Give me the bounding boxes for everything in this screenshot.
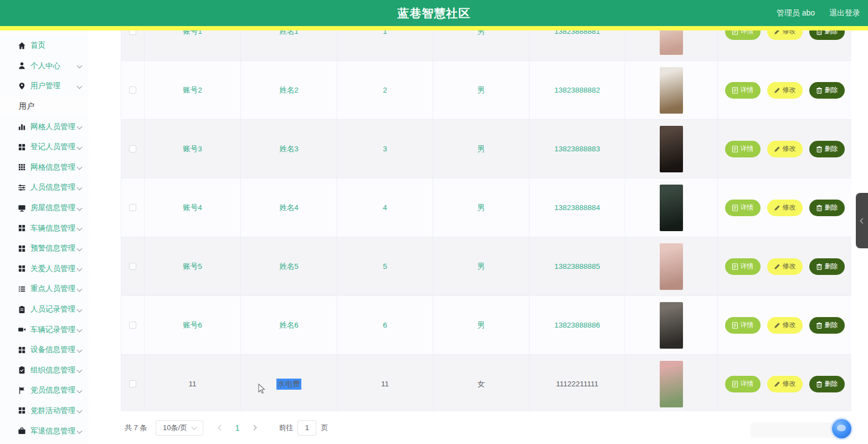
row-checkbox[interactable] — [129, 204, 136, 211]
prev-page-button[interactable] — [212, 420, 228, 436]
delete-button[interactable]: 删除 — [809, 376, 845, 392]
chevron-down-icon — [77, 388, 82, 393]
edit-button[interactable]: 修改 — [767, 141, 803, 157]
detail-button[interactable]: 详情 — [725, 82, 761, 99]
edit-button[interactable]: 修改 — [767, 258, 803, 275]
sidebar-item-20[interactable]: 军退信息管理 — [0, 421, 89, 441]
avatar — [660, 30, 683, 55]
sidebar-item-1[interactable]: 首页 — [0, 35, 89, 56]
sidebar-item-label: 个人中心 — [30, 61, 77, 71]
phone-cell: 13823888882 — [530, 61, 625, 119]
goto-page-input[interactable] — [297, 420, 316, 436]
page-size-select[interactable]: 10条/页 — [156, 420, 203, 436]
delete-trash-icon — [816, 263, 823, 270]
sidebar-item-19[interactable]: 党群活动管理 — [0, 401, 89, 421]
account-cell: 11 — [145, 355, 241, 411]
edit-button[interactable]: 修改 — [767, 30, 803, 40]
row-checkbox-cell — [121, 30, 145, 60]
admin-user-label[interactable]: 管理员 abo — [777, 8, 815, 18]
collapse-panel-handle[interactable] — [856, 193, 868, 248]
number-cell: 6 — [337, 296, 433, 354]
sidebar-item-9[interactable]: 房屋信息管理 — [0, 198, 89, 218]
table-row: 账号4姓名44男13823888884详情修改删除 — [121, 178, 851, 237]
delete-button[interactable]: 删除 — [809, 141, 845, 157]
next-page-button[interactable] — [246, 420, 262, 436]
edit-button[interactable]: 修改 — [767, 317, 803, 334]
sidebar-item-15[interactable]: 车辆记录管理 — [0, 319, 89, 340]
name-cell: 姓名3 — [241, 120, 337, 178]
number-cell: 3 — [337, 120, 433, 178]
cell-text: 男 — [477, 320, 485, 330]
gender-cell: 男 — [433, 61, 530, 119]
cell-text: 姓名6 — [279, 320, 299, 330]
delete-button[interactable]: 删除 — [809, 200, 845, 216]
sidebar-item-18[interactable]: 党员信息管理 — [0, 380, 89, 401]
detail-button[interactable]: 详情 — [725, 376, 761, 392]
cell-text: 账号6 — [183, 320, 202, 330]
cell-text: 姓名1 — [279, 30, 299, 37]
table-row: 账号6姓名66男13823888886详情修改删除 — [121, 296, 851, 355]
sidebar-section-label: 用户 — [0, 96, 89, 117]
sidebar-item-2[interactable]: 个人中心 — [0, 56, 89, 76]
logout-link[interactable]: 退出登录 — [829, 8, 860, 18]
detail-button-label: 详情 — [741, 144, 754, 154]
sidebar-item-12[interactable]: 关爱人员管理 — [0, 259, 89, 279]
sidebar-item-16[interactable]: 设备信息管理 — [0, 340, 89, 360]
edit-button[interactable]: 修改 — [767, 200, 803, 216]
sidebar-item-label: 重点人员管理 — [30, 284, 77, 294]
avatar-cell — [625, 355, 718, 411]
detail-button[interactable]: 详情 — [725, 141, 761, 157]
cell-text: 姓名2 — [279, 85, 299, 95]
row-checkbox[interactable] — [129, 145, 136, 152]
page-title: 蓝巷智慧社区 — [0, 0, 868, 26]
delete-trash-icon — [816, 322, 823, 329]
app-header: 蓝巷智慧社区 管理员 abo 退出登录 — [0, 0, 868, 26]
sidebar-item-3[interactable]: 用户管理 — [0, 76, 89, 96]
row-checkbox[interactable] — [129, 380, 136, 387]
sidebar-item-7[interactable]: 网格信息管理 — [0, 157, 89, 178]
sidebar-item-11[interactable]: 预警信息管理 — [0, 238, 89, 259]
row-checkbox[interactable] — [129, 86, 136, 94]
delete-button[interactable]: 删除 — [809, 317, 845, 334]
sidebar-item-17[interactable]: 组织信息管理 — [0, 360, 89, 381]
sidebar-item-label: 车辆信息管理 — [30, 223, 77, 233]
sidebar-item-13[interactable]: 重点人员管理 — [0, 279, 89, 299]
pagination-bar: 共 7 条 10条/页 1 前往 页 — [121, 411, 851, 444]
chevron-down-icon — [77, 368, 82, 372]
cell-text: 13823888886 — [554, 321, 600, 329]
name-cell: 姓名5 — [241, 237, 337, 295]
user-table-viewport[interactable]: 账号1姓名11男13823888881详情修改删除账号2姓名22男1382388… — [121, 30, 851, 411]
delete-button[interactable]: 删除 — [809, 258, 845, 275]
grid-icon — [18, 406, 26, 415]
row-checkbox[interactable] — [129, 321, 136, 329]
accent-bar — [0, 26, 868, 30]
sidebar-item-5[interactable]: 网格人员管理 — [0, 116, 89, 137]
grid-icon — [18, 264, 26, 273]
edit-pencil-icon — [774, 146, 780, 152]
edit-button[interactable]: 修改 — [767, 82, 803, 99]
account-cell: 账号2 — [145, 61, 241, 119]
page-number-1[interactable]: 1 — [229, 423, 245, 432]
name-cell: 姓名1 — [241, 30, 337, 60]
detail-button[interactable]: 详情 — [725, 317, 761, 334]
sidebar-item-8[interactable]: 人员信息管理 — [0, 177, 89, 198]
avatar-cell — [625, 296, 718, 354]
delete-button[interactable]: 删除 — [809, 30, 845, 40]
detail-button[interactable]: 详情 — [725, 200, 761, 216]
edit-button[interactable]: 修改 — [767, 376, 803, 392]
detail-doc-icon — [732, 205, 738, 211]
sidebar-item-10[interactable]: 车辆信息管理 — [0, 218, 89, 238]
detail-button[interactable]: 详情 — [725, 30, 761, 40]
detail-button[interactable]: 详情 — [725, 258, 761, 275]
sidebar-item-6[interactable]: 登记人员管理 — [0, 137, 89, 157]
cell-text: 男 — [477, 144, 485, 154]
delete-button[interactable]: 删除 — [809, 82, 845, 99]
detail-button-label: 详情 — [741, 379, 754, 389]
delete-trash-icon — [816, 381, 823, 387]
row-checkbox[interactable] — [129, 30, 136, 35]
sidebar-item-14[interactable]: 人员记录管理 — [0, 299, 89, 320]
row-checkbox-cell — [121, 237, 145, 295]
avatar — [660, 361, 683, 407]
row-checkbox[interactable] — [129, 263, 136, 270]
chat-service-button[interactable] — [832, 419, 851, 438]
